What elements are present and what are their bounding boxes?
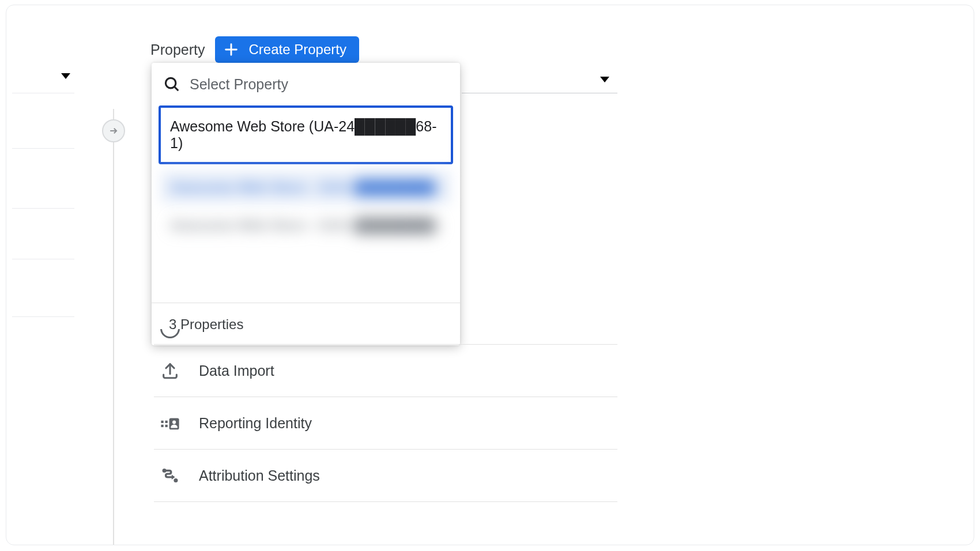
upload-icon xyxy=(160,361,180,380)
create-property-label: Create Property xyxy=(248,41,346,58)
property-option-blurred[interactable]: Awesome Web Store - GA4 (████████) xyxy=(160,208,452,243)
property-search[interactable]: Select Property xyxy=(152,63,460,104)
property-header: Property Create Property xyxy=(150,36,359,63)
divider xyxy=(12,148,74,149)
divider xyxy=(12,208,74,209)
svg-rect-1 xyxy=(161,421,163,423)
menu-item-label: Attribution Settings xyxy=(199,467,320,484)
divider xyxy=(12,93,74,93)
settings-icon xyxy=(160,329,180,341)
property-label: Property xyxy=(150,41,205,58)
property-dropdown: Select Property Awesome Web Store (UA-24… xyxy=(152,63,460,345)
plus-icon xyxy=(223,41,239,58)
app-frame: Property Create Property Select Property xyxy=(6,5,974,545)
menu-item-data-settings[interactable] xyxy=(150,329,617,344)
move-right-icon[interactable] xyxy=(102,119,125,142)
property-option-label: Awesome Web Store - GA4 (████████) xyxy=(170,179,439,195)
property-menu: Data Import Reporting Identity xyxy=(150,329,617,502)
property-option-selected[interactable]: Awesome Web Store (UA-24██████68-1) xyxy=(159,105,453,164)
svg-rect-2 xyxy=(161,425,163,427)
chevron-down-icon[interactable] xyxy=(61,73,70,79)
menu-item-attribution-settings[interactable]: Attribution Settings xyxy=(150,450,617,501)
svg-rect-3 xyxy=(165,421,168,423)
property-option-label: Awesome Web Store - GA4 (████████) xyxy=(170,217,439,233)
menu-item-data-import[interactable]: Data Import xyxy=(150,345,617,397)
timeline-line xyxy=(113,109,114,545)
create-property-button[interactable]: Create Property xyxy=(215,36,359,63)
underline xyxy=(462,93,617,93)
property-option-label: Awesome Web Store (UA-24██████68-1) xyxy=(170,118,436,151)
divider xyxy=(12,259,74,259)
search-icon xyxy=(163,76,180,93)
chevron-down-icon[interactable] xyxy=(600,77,609,82)
attribution-icon xyxy=(160,466,180,485)
menu-item-label: Data Import xyxy=(199,363,274,379)
divider xyxy=(154,501,617,502)
svg-point-0 xyxy=(165,78,176,88)
svg-point-8 xyxy=(174,478,178,482)
identity-icon xyxy=(160,413,180,433)
search-placeholder: Select Property xyxy=(190,76,288,93)
divider xyxy=(12,316,74,317)
svg-rect-4 xyxy=(165,425,168,427)
property-option-blurred[interactable]: Awesome Web Store - GA4 (████████) xyxy=(160,170,452,205)
menu-item-label: Reporting Identity xyxy=(199,415,312,432)
menu-item-reporting-identity[interactable]: Reporting Identity xyxy=(150,397,617,449)
svg-point-6 xyxy=(172,420,176,424)
